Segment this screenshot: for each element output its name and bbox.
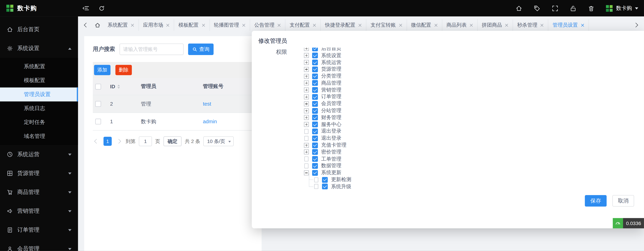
tab-seckill-manage[interactable]: 秒杀管理: [513, 20, 548, 31]
expand-icon[interactable]: [304, 94, 309, 99]
tree-node-label[interactable]: 营销管理: [321, 86, 342, 94]
tab-quick-login-config[interactable]: 快捷登录配置: [321, 20, 366, 31]
tree-node-label[interactable]: 系统更新: [321, 169, 342, 176]
prev-page-button[interactable]: [93, 137, 100, 146]
sidebar-item-supply-manage[interactable]: 货源管理: [0, 164, 78, 183]
tree-node[interactable]: 系统设置: [304, 52, 518, 59]
checkbox-checked-icon[interactable]: [312, 60, 318, 65]
tree-node-label[interactable]: 充值卡管理: [321, 142, 346, 149]
checkbox-checked-icon[interactable]: [312, 122, 318, 128]
tab-close-icon[interactable]: [540, 23, 544, 27]
user-menu[interactable]: 数卡购: [606, 4, 638, 12]
sidebar-item-dashboard[interactable]: 后台首页: [0, 20, 78, 39]
tree-node[interactable]: 充值卡管理: [304, 142, 518, 149]
tab-goods-list[interactable]: 商品列表: [442, 20, 478, 31]
sidebar-item-domain-manage[interactable]: 域名管理: [0, 129, 78, 143]
checkbox-checked-icon[interactable]: [322, 184, 328, 190]
tree-node-label[interactable]: 货源管理: [321, 66, 342, 73]
tab-close-icon[interactable]: [242, 23, 246, 27]
tab-banner-manage[interactable]: 轮播图管理: [210, 20, 250, 31]
tree-node[interactable]: 更新检测: [314, 176, 518, 183]
tree-node-label[interactable]: 工单管理: [321, 156, 342, 162]
checkbox-checked-icon[interactable]: [312, 66, 318, 72]
tab-close-icon[interactable]: [470, 23, 473, 27]
collapse-sidebar-button[interactable]: [78, 0, 94, 16]
expand-icon[interactable]: [304, 122, 309, 127]
query-button[interactable]: 查询: [188, 44, 214, 55]
tab-close-icon[interactable]: [434, 23, 438, 27]
checkbox-checked-icon[interactable]: [312, 48, 318, 52]
tree-node-label[interactable]: 财务管理: [321, 114, 342, 121]
checkbox-checked-icon[interactable]: [312, 115, 318, 120]
checkbox-checked-icon[interactable]: [312, 74, 318, 79]
refresh-button[interactable]: [94, 0, 109, 16]
row-checkbox[interactable]: [95, 119, 101, 124]
tree-node-label[interactable]: 系统升级: [331, 183, 351, 190]
checkbox-checked-icon[interactable]: [312, 108, 318, 114]
tree-node[interactable]: 密价管理: [304, 149, 518, 156]
expand-icon[interactable]: [304, 115, 309, 120]
tab-alipay-transfer[interactable]: 支付宝转账: [366, 20, 407, 31]
tree-node[interactable]: 退出登录: [304, 135, 518, 142]
sidebar-item-system-config[interactable]: 系统配置: [0, 60, 78, 74]
tree-node-label[interactable]: 后台首页: [321, 48, 342, 52]
tree-node[interactable]: 工单管理: [304, 156, 518, 162]
tree-node[interactable]: 订单管理: [304, 94, 518, 100]
fullscreen-button[interactable]: [547, 0, 563, 16]
checkbox-checked-icon[interactable]: [312, 149, 318, 155]
save-button[interactable]: 保存: [585, 195, 606, 206]
column-header-id[interactable]: ID: [105, 84, 135, 89]
page-size-select[interactable]: 10 条/页: [204, 136, 234, 146]
tab-close-icon[interactable]: [399, 23, 402, 27]
sidebar-item-system-settings[interactable]: 系统设置: [0, 39, 78, 58]
tab-close-icon[interactable]: [277, 23, 281, 27]
expand-icon[interactable]: [304, 60, 309, 65]
add-button[interactable]: 添加: [94, 65, 110, 75]
tree-node-label[interactable]: 退出登录: [321, 135, 342, 142]
expand-icon[interactable]: [304, 143, 309, 148]
expand-icon[interactable]: [304, 67, 309, 72]
tree-node-label[interactable]: 密价管理: [321, 148, 342, 156]
tab-close-icon[interactable]: [202, 23, 205, 27]
lock-screen-button[interactable]: [565, 0, 581, 16]
tab-admin-settings[interactable]: 管理员设置: [548, 20, 589, 31]
tree-node[interactable]: 系统更新: [304, 169, 518, 176]
checkbox-checked-icon[interactable]: [312, 128, 318, 134]
tree-node-label[interactable]: 商品管理: [321, 80, 342, 86]
tree-node[interactable]: 服务中心: [304, 121, 518, 128]
checkbox-checked-icon[interactable]: [312, 94, 318, 100]
tree-node-label[interactable]: 服务中心: [321, 121, 342, 128]
tree-node-label[interactable]: 订单管理: [321, 94, 342, 100]
table-row[interactable]: 1 数卡购 admin: [93, 113, 253, 130]
expand-icon[interactable]: [304, 48, 309, 51]
next-page-button[interactable]: [115, 137, 122, 146]
tab-notice-manage[interactable]: 公告管理: [250, 20, 286, 31]
tab-close-icon[interactable]: [358, 23, 362, 27]
checkbox-checked-icon[interactable]: [312, 135, 318, 141]
tree-node-label[interactable]: 系统运营: [321, 59, 342, 66]
checkbox-checked-icon[interactable]: [312, 156, 318, 162]
expand-icon[interactable]: [304, 101, 309, 106]
tab-home-button[interactable]: [91, 20, 104, 31]
tab-app-market[interactable]: 应用市场: [139, 20, 174, 31]
account-link[interactable]: admin: [203, 119, 217, 124]
tab-pay-config[interactable]: 支付配置: [286, 20, 321, 31]
sidebar-item-order-manage[interactable]: 订单管理: [0, 220, 78, 240]
sidebar-item-member-manage[interactable]: 会员管理: [0, 240, 78, 251]
account-link[interactable]: test: [203, 101, 211, 107]
sidebar-item-system-operation[interactable]: 系统运营: [0, 145, 78, 164]
tree-node-label[interactable]: 更新检测: [331, 176, 351, 183]
sort-icon[interactable]: [117, 84, 120, 89]
checkbox-checked-icon[interactable]: [312, 52, 318, 58]
sidebar-item-goods-manage[interactable]: 商品管理: [0, 183, 78, 202]
tree-node-label[interactable]: 数据管理: [321, 162, 342, 169]
tree-node[interactable]: 系统运营: [304, 59, 518, 66]
tree-node-label[interactable]: 退出登录: [321, 128, 342, 135]
sidebar-item-system-log[interactable]: 系统日志: [0, 102, 78, 116]
tree-node[interactable]: 数据管理: [304, 162, 518, 169]
tab-group-goods[interactable]: 拼团商品: [478, 20, 513, 31]
tree-node[interactable]: 会员管理: [304, 100, 518, 107]
page-jump-input[interactable]: [139, 136, 152, 146]
expand-icon[interactable]: [304, 81, 309, 86]
collapse-icon[interactable]: [304, 170, 309, 175]
